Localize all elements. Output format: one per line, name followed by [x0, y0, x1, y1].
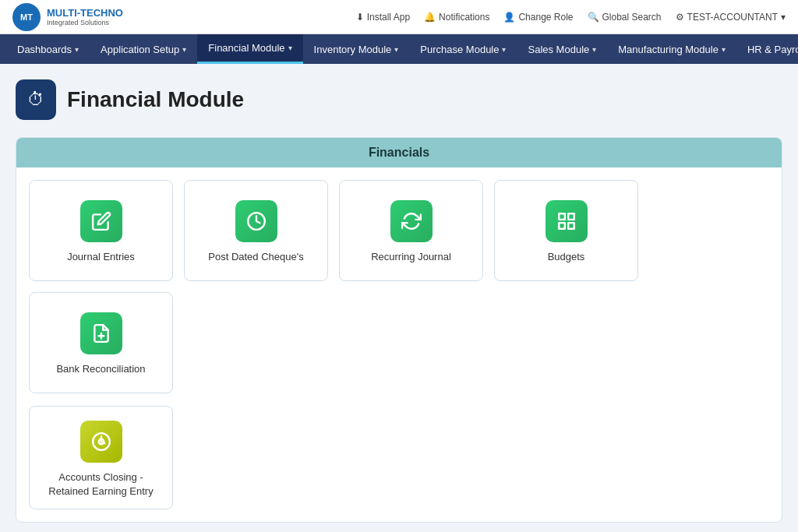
nav-label-hr-payroll: HR & Payroll — [747, 44, 798, 55]
svg-rect-4 — [559, 223, 565, 229]
global-search-button[interactable]: 🔍 Global Search — [588, 12, 662, 23]
brand-sub: Integrated Solutions — [47, 19, 123, 26]
chevron-down-icon: ▾ — [502, 45, 506, 54]
page-title: Financial Module — [67, 87, 244, 112]
journal-entries-icon — [80, 200, 122, 242]
recurring-journal-icon — [390, 200, 433, 242]
financials-cards-grid: Journal Entries Post Dated Cheque's — [16, 167, 782, 406]
user-chevron-icon: ▾ — [781, 12, 786, 23]
nav-bar: Dashboards ▾ Application Setup ▾ Financi… — [0, 34, 798, 64]
nav-item-purchase-module[interactable]: Purchase Module ▾ — [409, 34, 517, 64]
nav-item-manufacturing-module[interactable]: Manufacturing Module ▾ — [607, 34, 736, 64]
nav-label-application-setup: Application Setup — [101, 44, 179, 55]
search-icon: 🔍 — [588, 12, 599, 23]
page-content: ⏱ Financial Module Financials Journal En… — [0, 64, 798, 532]
nav-label-purchase-module: Purchase Module — [420, 44, 499, 55]
user-account-label: TEST-ACCOUNTANT — [687, 12, 778, 23]
nav-label-dashboards: Dashboards — [17, 44, 72, 55]
post-dated-cheques-icon — [235, 200, 277, 242]
svg-point-8 — [98, 439, 104, 445]
change-role-icon: 👤 — [503, 12, 515, 23]
nav-item-hr-payroll[interactable]: HR & Payroll ▾ — [736, 34, 798, 64]
change-role-label: Change Role — [518, 12, 573, 23]
nav-label-inventory-module: Inventory Module — [314, 44, 392, 55]
financials-section: Financials Journal Entries — [16, 137, 782, 523]
nav-item-dashboards[interactable]: Dashboards ▾ — [6, 34, 90, 64]
journal-entries-label: Journal Entries — [67, 250, 135, 264]
recurring-journal-label: Recurring Journal — [371, 250, 451, 264]
logo-area: MT MULTI-TECHNO Integrated Solutions — [12, 3, 123, 31]
bell-icon: 🔔 — [424, 12, 436, 23]
page-header: ⏱ Financial Module — [16, 79, 782, 120]
chevron-down-icon: ▾ — [722, 45, 726, 54]
install-app-label: Install App — [367, 12, 410, 23]
chevron-down-icon: ▾ — [288, 44, 292, 52]
post-dated-cheques-label: Post Dated Cheque's — [208, 250, 303, 264]
install-app-button[interactable]: ⬇ Install App — [356, 12, 410, 23]
top-bar: MT MULTI-TECHNO Integrated Solutions ⬇ I… — [0, 0, 798, 34]
bank-reconciliation-card[interactable]: Bank Reconciliation — [29, 292, 173, 393]
top-actions-bar: ⬇ Install App 🔔 Notifications 👤 Change R… — [356, 12, 786, 23]
svg-rect-2 — [568, 213, 574, 220]
svg-rect-1 — [559, 213, 565, 220]
logo-text-area: MULTI-TECHNO Integrated Solutions — [47, 7, 123, 27]
logo-icon: MT — [12, 3, 41, 31]
install-app-icon: ⬇ — [356, 12, 364, 23]
nav-item-inventory-module[interactable]: Inventory Module ▾ — [303, 34, 410, 64]
bank-reconciliation-icon — [80, 312, 122, 354]
accounts-closing-card[interactable]: Accounts Closing - Retained Earning Entr… — [29, 406, 173, 509]
budgets-card[interactable]: Budgets — [494, 180, 638, 281]
bank-reconciliation-label: Bank Reconciliation — [56, 362, 145, 376]
chevron-down-icon: ▾ — [394, 45, 398, 54]
budgets-label: Budgets — [548, 250, 585, 264]
post-dated-cheques-card[interactable]: Post Dated Cheque's — [184, 180, 328, 281]
financials-section-header: Financials — [16, 138, 782, 167]
nav-item-financial-module[interactable]: Financial Module ▾ — [197, 34, 302, 64]
svg-rect-3 — [568, 223, 574, 229]
accounts-closing-icon — [80, 421, 122, 463]
budgets-icon — [546, 200, 588, 242]
journal-entries-card[interactable]: Journal Entries — [29, 180, 173, 281]
notifications-label: Notifications — [439, 12, 489, 23]
nav-label-financial-module: Financial Module — [208, 42, 284, 54]
chevron-down-icon: ▾ — [592, 45, 596, 54]
nav-label-sales-module: Sales Module — [528, 44, 589, 55]
global-search-label: Global Search — [602, 12, 662, 23]
user-account-button[interactable]: ⚙ TEST-ACCOUNTANT ▾ — [676, 12, 786, 23]
chevron-down-icon: ▾ — [182, 45, 186, 54]
nav-label-manufacturing-module: Manufacturing Module — [618, 44, 719, 55]
financials-cards-row2: Accounts Closing - Retained Earning Entr… — [16, 406, 782, 522]
nav-item-application-setup[interactable]: Application Setup ▾ — [90, 34, 197, 64]
page-icon-box: ⏱ — [16, 79, 56, 120]
accounts-closing-label: Accounts Closing - Retained Earning Entr… — [39, 470, 163, 498]
nav-item-sales-module[interactable]: Sales Module ▾ — [517, 34, 607, 64]
notifications-button[interactable]: 🔔 Notifications — [424, 12, 489, 23]
brand-name: MULTI-TECHNO — [47, 7, 123, 19]
financial-module-icon: ⏱ — [27, 90, 44, 110]
change-role-button[interactable]: 👤 Change Role — [503, 12, 573, 23]
user-icon: ⚙ — [676, 12, 684, 23]
chevron-down-icon: ▾ — [75, 45, 79, 54]
recurring-journal-card[interactable]: Recurring Journal — [339, 180, 483, 281]
